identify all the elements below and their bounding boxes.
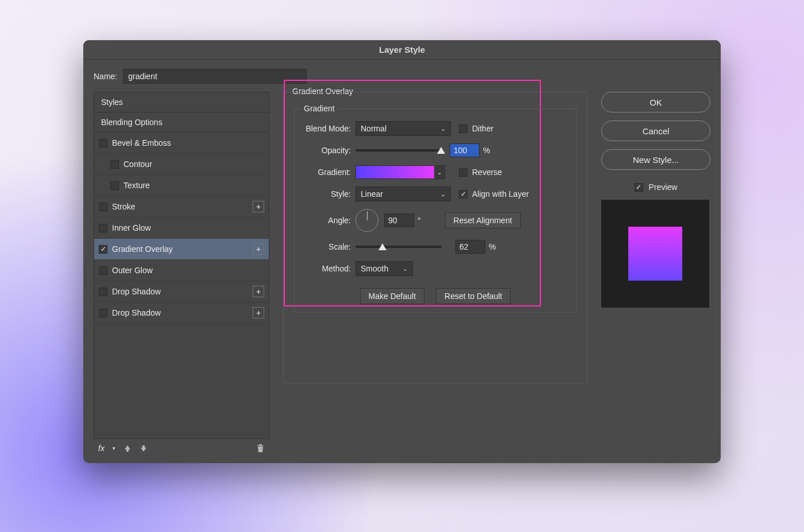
sidebar-item-contour[interactable]: Contour	[94, 154, 269, 175]
make-default-button[interactable]: Make Default	[360, 288, 424, 304]
checkbox-icon[interactable]	[99, 288, 107, 296]
sidebar-item-stroke[interactable]: Stroke +	[94, 196, 269, 218]
preview-box	[601, 200, 709, 308]
checkbox-icon[interactable]	[99, 245, 107, 254]
chevron-down-icon: ⌄	[440, 191, 446, 198]
name-label: Name:	[94, 72, 117, 81]
sidebar-item-inner-glow[interactable]: Inner Glow	[94, 218, 269, 239]
styles-sidebar: Styles Blending Options Bevel & Emboss C…	[94, 92, 269, 457]
fx-menu-arrow-icon[interactable]: ▾	[113, 445, 115, 451]
reset-default-button[interactable]: Reset to Default	[436, 288, 511, 304]
angle-label: Angle:	[303, 216, 355, 225]
dither-checkbox[interactable]	[459, 125, 467, 133]
checkbox-icon[interactable]	[99, 309, 107, 317]
chevron-down-icon[interactable]: ⌄	[434, 166, 444, 178]
sidebar-header: Styles	[94, 92, 269, 112]
checkbox-icon[interactable]	[110, 160, 119, 169]
name-input[interactable]	[123, 69, 307, 84]
angle-dial[interactable]	[355, 209, 378, 232]
sidebar-item-texture[interactable]: Texture	[94, 175, 269, 196]
gradient-group: Gradient Blend Mode: Normal ⌄ Dither	[294, 108, 577, 313]
opacity-input[interactable]	[450, 143, 480, 157]
blending-options-row[interactable]: Blending Options	[94, 112, 269, 133]
sidebar-item-drop-shadow-2[interactable]: Drop Shadow +	[94, 302, 269, 324]
checkbox-icon[interactable]	[99, 203, 107, 211]
checkbox-icon[interactable]	[99, 224, 107, 232]
sidebar-footer: fx ▾	[94, 439, 269, 457]
cancel-button[interactable]: Cancel	[601, 121, 710, 141]
reverse-label: Reverse	[472, 168, 502, 177]
align-label: Align with Layer	[472, 189, 529, 199]
scale-slider[interactable]	[355, 246, 442, 248]
fx-menu-icon[interactable]: fx	[98, 444, 105, 453]
slider-thumb-icon[interactable]	[378, 243, 386, 250]
add-effect-icon[interactable]: +	[253, 243, 264, 255]
blend-mode-label: Blend Mode:	[303, 124, 355, 133]
chevron-down-icon: ⌄	[403, 265, 408, 273]
preview-swatch	[628, 227, 682, 281]
preview-checkbox[interactable]	[635, 183, 643, 192]
blend-mode-select[interactable]: Normal ⌄	[355, 121, 451, 136]
style-label: Style:	[303, 189, 355, 199]
scale-unit: %	[489, 242, 496, 251]
blend-mode-value: Normal	[361, 124, 386, 133]
sidebar-item-label: Outer Glow	[112, 266, 264, 275]
sidebar-item-label: Inner Glow	[112, 223, 264, 232]
sidebar-item-label: Drop Shadow	[112, 308, 248, 317]
move-up-icon[interactable]	[123, 444, 132, 452]
opacity-slider[interactable]	[355, 149, 442, 152]
sidebar-item-label: Texture	[123, 181, 264, 190]
dither-label: Dither	[472, 124, 493, 133]
sidebar-item-bevel-emboss[interactable]: Bevel & Emboss	[94, 133, 269, 154]
chevron-down-icon: ⌄	[440, 125, 446, 133]
trash-icon[interactable]	[256, 444, 265, 453]
opacity-unit: %	[483, 146, 490, 155]
checkbox-icon[interactable]	[99, 266, 107, 275]
scale-label: Scale:	[303, 242, 355, 251]
add-effect-icon[interactable]: +	[253, 201, 264, 212]
style-value: Linear	[361, 189, 383, 199]
sidebar-item-drop-shadow-1[interactable]: Drop Shadow +	[94, 281, 269, 302]
dialog-title: Layer Style	[83, 40, 721, 60]
reverse-checkbox[interactable]	[459, 168, 467, 177]
angle-input[interactable]	[384, 213, 414, 227]
reset-alignment-button[interactable]: Reset Alignment	[445, 212, 521, 228]
style-select[interactable]: Linear ⌄	[355, 187, 451, 201]
sidebar-item-gradient-overlay[interactable]: Gradient Overlay +	[94, 239, 269, 260]
sidebar-item-outer-glow[interactable]: Outer Glow	[94, 260, 269, 281]
method-select[interactable]: Smooth ⌄	[355, 261, 413, 276]
ok-button[interactable]: OK	[601, 92, 710, 112]
sidebar-item-label: Gradient Overlay	[112, 244, 248, 254]
opacity-label: Opacity:	[303, 146, 355, 155]
checkbox-icon[interactable]	[99, 139, 107, 147]
align-checkbox[interactable]	[459, 190, 467, 199]
preview-label: Preview	[649, 182, 678, 192]
checkbox-icon[interactable]	[110, 181, 119, 190]
add-effect-icon[interactable]: +	[253, 286, 264, 297]
method-label: Method:	[303, 264, 355, 273]
sidebar-item-label: Drop Shadow	[112, 287, 248, 296]
slider-thumb-icon[interactable]	[437, 147, 445, 154]
right-column: OK Cancel New Style... Preview	[601, 92, 710, 457]
add-effect-icon[interactable]: +	[253, 307, 264, 319]
move-down-icon[interactable]	[140, 444, 148, 452]
gradient-overlay-panel: Gradient Blend Mode: Normal ⌄ Dither	[283, 92, 587, 383]
scale-input[interactable]	[455, 240, 485, 254]
gradient-picker[interactable]: ⌄	[355, 165, 445, 179]
angle-unit: °	[418, 216, 421, 225]
gradient-swatch	[356, 166, 434, 178]
new-style-button[interactable]: New Style...	[601, 149, 710, 170]
method-value: Smooth	[361, 264, 388, 273]
sidebar-item-label: Bevel & Emboss	[112, 138, 264, 147]
sidebar-item-label: Stroke	[112, 202, 248, 211]
sidebar-item-label: Contour	[123, 160, 264, 169]
layer-style-dialog: Layer Style Name: Styles Blending Option…	[83, 40, 721, 463]
gradient-label: Gradient:	[303, 168, 355, 177]
group-title: Gradient	[300, 104, 338, 113]
